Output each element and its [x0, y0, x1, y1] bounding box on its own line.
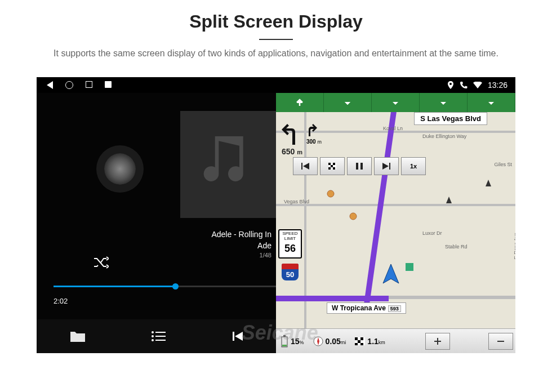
svg-point-0 — [152, 331, 154, 333]
wifi-icon — [473, 82, 482, 88]
page-subtitle: It supports the same screen display of t… — [0, 47, 552, 60]
lane-arrow-icon — [324, 93, 372, 112]
turn-left-icon — [282, 122, 302, 145]
home-icon[interactable] — [65, 81, 73, 89]
svg-rect-13 — [360, 163, 363, 170]
turn-right-small-icon — [306, 123, 318, 136]
poi-icon[interactable] — [406, 263, 413, 271]
svg-rect-10 — [328, 167, 331, 170]
track-info: Adele - Rolling In Ade 1/48 — [211, 229, 271, 260]
address-number: 593 — [388, 305, 401, 312]
page-title: Split Screen Display — [0, 11, 552, 32]
map-top-strip — [276, 93, 515, 112]
svg-rect-25 — [355, 343, 358, 345]
speed-value: 56 — [279, 243, 301, 255]
progress-bar[interactable] — [54, 286, 276, 287]
main-distance-unit: m — [297, 149, 302, 155]
svg-rect-5 — [155, 340, 166, 341]
lane-arrow-icon — [420, 93, 468, 112]
map-bottom-bar: 15% 0.05mi 1.1km — [276, 328, 515, 353]
shuffle-icon[interactable] — [93, 256, 109, 271]
svg-rect-7 — [328, 163, 331, 165]
map-road — [276, 204, 515, 206]
previous-track-icon[interactable] — [230, 329, 244, 343]
clock: 13:26 — [488, 81, 508, 90]
svg-rect-26 — [360, 343, 363, 345]
music-bottom-bar — [37, 319, 276, 353]
svg-point-15 — [350, 213, 357, 220]
svg-rect-12 — [356, 163, 358, 170]
route-shield: 50 — [278, 262, 302, 282]
turn-guidance: 300 m 650 m — [282, 122, 322, 156]
lane-arrow-icon — [468, 93, 515, 112]
svg-rect-22 — [355, 337, 358, 340]
album-art-placeholder — [180, 111, 276, 218]
status-bar: 13:26 — [37, 77, 515, 93]
small-distance: 300 — [306, 139, 316, 145]
lane-arrow-icon — [372, 93, 420, 112]
track-title: Adele - Rolling In — [211, 229, 271, 240]
device-screenshot: 13:26 Adele - Rolling In Ade 1/48 2:02 — [37, 77, 515, 353]
speed-limit-sign: SPEED LIMIT 56 — [278, 229, 302, 259]
folder-icon[interactable] — [69, 329, 86, 343]
pause-button[interactable] — [347, 157, 372, 175]
elapsed-time: 2:02 — [54, 297, 68, 305]
svg-rect-1 — [155, 332, 166, 333]
location-pin-icon — [447, 81, 454, 89]
street-label: Giles St — [494, 162, 512, 167]
notification-icon — [105, 81, 112, 88]
svg-rect-11 — [333, 167, 335, 170]
street-sign: S Las Vegas Blvd — [414, 112, 487, 125]
battery-indicator: 15% — [276, 335, 309, 348]
track-index: 1/48 — [211, 251, 271, 260]
poi-icon[interactable] — [445, 195, 453, 203]
next-button[interactable] — [374, 157, 399, 175]
current-position-icon — [380, 263, 402, 288]
recent-apps-icon[interactable] — [86, 81, 92, 88]
battery-icon — [281, 335, 288, 348]
music-app-pane: Adele - Rolling In Ade 1/48 2:02 — [37, 77, 276, 353]
speed-label: LIMIT — [279, 237, 301, 242]
track-artist: Ade — [211, 240, 271, 252]
svg-rect-3 — [155, 336, 166, 337]
zoom-out-button[interactable] — [488, 333, 513, 350]
street-label: Vegas Blvd — [284, 199, 309, 204]
zoom-in-button[interactable] — [425, 333, 450, 350]
back-icon[interactable] — [47, 81, 53, 89]
main-distance: 650 — [282, 147, 295, 156]
prev-button[interactable] — [293, 157, 318, 175]
route-number: 50 — [282, 270, 299, 279]
svg-rect-16 — [406, 263, 413, 271]
street-label: E Reno Ave — [513, 233, 515, 259]
poi-icon[interactable] — [484, 179, 492, 186]
svg-rect-18 — [283, 335, 286, 337]
hold-button[interactable] — [104, 153, 136, 185]
street-label: Duke Ellington Way — [422, 133, 466, 139]
map-media-controls: 1x — [293, 157, 426, 175]
phone-icon — [460, 81, 468, 89]
street-label: Luxor Dr — [422, 230, 442, 236]
svg-point-4 — [152, 339, 154, 341]
playlist-icon[interactable] — [151, 331, 166, 342]
title-divider — [259, 39, 293, 40]
svg-rect-23 — [360, 337, 363, 340]
checkered-button[interactable] — [320, 157, 345, 175]
svg-point-2 — [152, 335, 154, 337]
navigation-app-pane: S Las Vegas Blvd Koval Ln Duke Ellington… — [276, 77, 515, 353]
route-highlight — [276, 296, 389, 301]
poi-icon[interactable] — [349, 212, 357, 220]
street-sign: W Tropicana Ave593 — [327, 302, 406, 314]
lane-arrow-icon — [276, 93, 324, 112]
svg-rect-19 — [282, 345, 287, 346]
trip-time: 0.05mi — [309, 336, 351, 346]
checkered-flag-icon — [355, 337, 365, 345]
trip-distance: 1.1km — [350, 337, 389, 346]
svg-point-14 — [327, 190, 334, 197]
street-label: Stable Rd — [445, 244, 468, 250]
small-distance-unit: m — [317, 139, 322, 145]
svg-rect-24 — [358, 340, 360, 343]
compass-icon — [313, 336, 323, 346]
svg-rect-9 — [331, 165, 333, 167]
poi-icon[interactable] — [327, 190, 335, 198]
playback-rate-button[interactable]: 1x — [401, 157, 426, 175]
